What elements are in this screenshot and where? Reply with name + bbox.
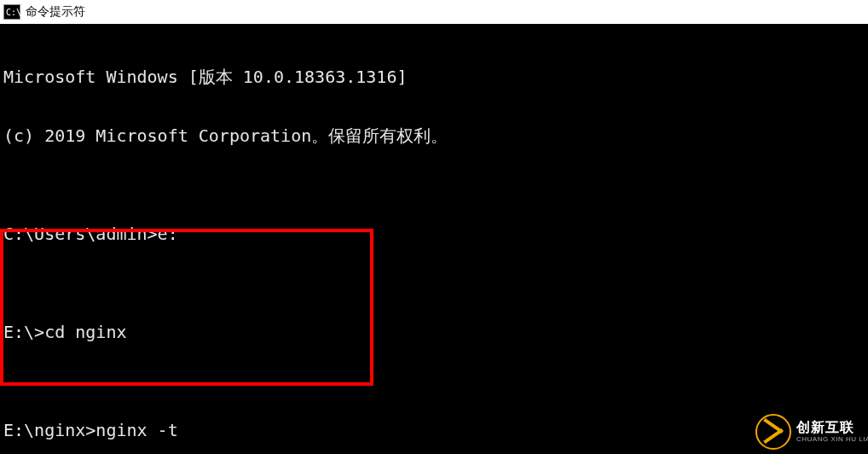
window-title: 命令提示符 xyxy=(26,4,85,20)
window-titlebar: C:\. 命令提示符 xyxy=(0,0,868,25)
terminal-line: E:\nginx>nginx -t xyxy=(3,421,865,440)
watermark: 创新互联 CHUANG XIN HU LIAN xyxy=(749,410,868,454)
terminal-line: E:\>cd nginx xyxy=(3,323,865,342)
annotation-highlight-box xyxy=(0,229,373,386)
watermark-logo-icon xyxy=(755,414,791,450)
terminal-area[interactable]: Microsoft Windows [版本 10.0.18363.1316] (… xyxy=(0,25,868,454)
terminal-line: (c) 2019 Microsoft Corporation。保留所有权利。 xyxy=(3,126,865,146)
watermark-cn: 创新互联 xyxy=(796,421,868,434)
watermark-text: 创新互联 CHUANG XIN HU LIAN xyxy=(796,421,868,443)
cmd-icon: C:\. xyxy=(3,4,20,20)
terminal-line: Microsoft Windows [版本 10.0.18363.1316] xyxy=(3,67,865,87)
terminal-line: C:\Users\admin>e: xyxy=(3,224,865,244)
watermark-en: CHUANG XIN HU LIAN xyxy=(796,436,868,443)
